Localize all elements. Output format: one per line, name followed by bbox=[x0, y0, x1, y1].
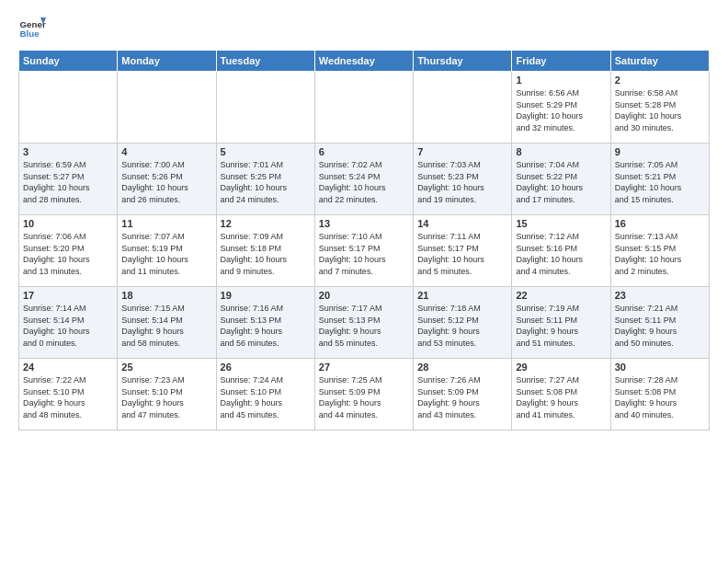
day-number: 29 bbox=[516, 362, 606, 373]
day-number: 10 bbox=[23, 218, 113, 229]
calendar-cell: 6Sunrise: 7:02 AM Sunset: 5:24 PM Daylig… bbox=[314, 144, 413, 215]
calendar-cell: 27Sunrise: 7:25 AM Sunset: 5:09 PM Dayli… bbox=[314, 359, 413, 431]
day-info: Sunrise: 7:01 AM Sunset: 5:25 PM Dayligh… bbox=[221, 159, 311, 205]
calendar-cell bbox=[19, 72, 118, 144]
day-info: Sunrise: 6:59 AM Sunset: 5:27 PM Dayligh… bbox=[23, 159, 113, 205]
calendar-cell: 21Sunrise: 7:18 AM Sunset: 5:12 PM Dayli… bbox=[414, 287, 512, 359]
calendar-cell bbox=[314, 72, 413, 144]
day-info: Sunrise: 7:27 AM Sunset: 5:08 PM Dayligh… bbox=[516, 374, 606, 420]
day-header-tuesday: Tuesday bbox=[216, 51, 314, 72]
day-number: 4 bbox=[121, 146, 211, 157]
logo: General Blue bbox=[18, 15, 46, 42]
week-row-0: 1Sunrise: 6:56 AM Sunset: 5:29 PM Daylig… bbox=[19, 72, 710, 144]
day-number: 11 bbox=[121, 218, 211, 229]
day-info: Sunrise: 7:24 AM Sunset: 5:10 PM Dayligh… bbox=[221, 374, 311, 420]
calendar-cell: 22Sunrise: 7:19 AM Sunset: 5:11 PM Dayli… bbox=[512, 287, 610, 359]
calendar-cell: 14Sunrise: 7:11 AM Sunset: 5:17 PM Dayli… bbox=[414, 215, 512, 287]
header: General Blue bbox=[18, 15, 710, 42]
day-info: Sunrise: 7:05 AM Sunset: 5:21 PM Dayligh… bbox=[615, 159, 705, 205]
day-header-thursday: Thursday bbox=[414, 51, 512, 72]
day-info: Sunrise: 7:13 AM Sunset: 5:15 PM Dayligh… bbox=[615, 231, 705, 277]
calendar-cell: 2Sunrise: 6:58 AM Sunset: 5:28 PM Daylig… bbox=[610, 72, 709, 144]
day-info: Sunrise: 6:56 AM Sunset: 5:29 PM Dayligh… bbox=[516, 87, 606, 133]
day-number: 2 bbox=[615, 75, 705, 86]
day-info: Sunrise: 7:11 AM Sunset: 5:17 PM Dayligh… bbox=[417, 231, 507, 277]
calendar-cell: 20Sunrise: 7:17 AM Sunset: 5:13 PM Dayli… bbox=[314, 287, 413, 359]
calendar-cell: 7Sunrise: 7:03 AM Sunset: 5:23 PM Daylig… bbox=[414, 144, 512, 215]
calendar-cell: 28Sunrise: 7:26 AM Sunset: 5:09 PM Dayli… bbox=[414, 359, 512, 431]
day-number: 26 bbox=[221, 362, 311, 373]
day-number: 16 bbox=[615, 218, 705, 229]
day-number: 19 bbox=[221, 290, 311, 301]
day-info: Sunrise: 7:07 AM Sunset: 5:19 PM Dayligh… bbox=[121, 231, 211, 277]
calendar: SundayMondayTuesdayWednesdayThursdayFrid… bbox=[18, 50, 710, 431]
calendar-cell: 1Sunrise: 6:56 AM Sunset: 5:29 PM Daylig… bbox=[512, 72, 610, 144]
day-info: Sunrise: 7:26 AM Sunset: 5:09 PM Dayligh… bbox=[417, 374, 507, 420]
calendar-cell: 25Sunrise: 7:23 AM Sunset: 5:10 PM Dayli… bbox=[118, 359, 216, 431]
day-number: 7 bbox=[417, 146, 507, 157]
day-info: Sunrise: 7:04 AM Sunset: 5:22 PM Dayligh… bbox=[516, 159, 606, 205]
calendar-cell: 19Sunrise: 7:16 AM Sunset: 5:13 PM Dayli… bbox=[216, 287, 314, 359]
day-number: 5 bbox=[221, 146, 311, 157]
day-info: Sunrise: 7:12 AM Sunset: 5:16 PM Dayligh… bbox=[516, 231, 606, 277]
calendar-cell: 12Sunrise: 7:09 AM Sunset: 5:18 PM Dayli… bbox=[216, 215, 314, 287]
day-info: Sunrise: 7:16 AM Sunset: 5:13 PM Dayligh… bbox=[221, 303, 311, 349]
week-row-4: 24Sunrise: 7:22 AM Sunset: 5:10 PM Dayli… bbox=[19, 359, 710, 431]
calendar-cell: 13Sunrise: 7:10 AM Sunset: 5:17 PM Dayli… bbox=[314, 215, 413, 287]
day-info: Sunrise: 7:19 AM Sunset: 5:11 PM Dayligh… bbox=[516, 303, 606, 349]
page: General Blue SundayMondayTuesdayWednesda… bbox=[0, 0, 728, 563]
day-info: Sunrise: 7:10 AM Sunset: 5:17 PM Dayligh… bbox=[319, 231, 409, 277]
calendar-cell: 15Sunrise: 7:12 AM Sunset: 5:16 PM Dayli… bbox=[512, 215, 610, 287]
day-number: 3 bbox=[23, 146, 113, 157]
day-number: 18 bbox=[121, 290, 211, 301]
day-number: 17 bbox=[23, 290, 113, 301]
calendar-cell: 30Sunrise: 7:28 AM Sunset: 5:08 PM Dayli… bbox=[610, 359, 709, 431]
day-number: 24 bbox=[23, 362, 113, 373]
calendar-cell bbox=[414, 72, 512, 144]
calendar-cell: 26Sunrise: 7:24 AM Sunset: 5:10 PM Dayli… bbox=[216, 359, 314, 431]
day-info: Sunrise: 7:03 AM Sunset: 5:23 PM Dayligh… bbox=[417, 159, 507, 205]
day-header-wednesday: Wednesday bbox=[314, 51, 413, 72]
calendar-cell: 16Sunrise: 7:13 AM Sunset: 5:15 PM Dayli… bbox=[610, 215, 709, 287]
day-info: Sunrise: 7:22 AM Sunset: 5:10 PM Dayligh… bbox=[23, 374, 113, 420]
day-number: 6 bbox=[319, 146, 409, 157]
day-header-friday: Friday bbox=[512, 51, 610, 72]
day-info: Sunrise: 7:25 AM Sunset: 5:09 PM Dayligh… bbox=[319, 374, 409, 420]
calendar-header-row: SundayMondayTuesdayWednesdayThursdayFrid… bbox=[19, 51, 710, 72]
week-row-2: 10Sunrise: 7:06 AM Sunset: 5:20 PM Dayli… bbox=[19, 215, 710, 287]
day-info: Sunrise: 7:28 AM Sunset: 5:08 PM Dayligh… bbox=[615, 374, 705, 420]
day-number: 28 bbox=[417, 362, 507, 373]
calendar-cell: 24Sunrise: 7:22 AM Sunset: 5:10 PM Dayli… bbox=[19, 359, 118, 431]
day-number: 14 bbox=[417, 218, 507, 229]
day-number: 9 bbox=[615, 146, 705, 157]
day-info: Sunrise: 7:06 AM Sunset: 5:20 PM Dayligh… bbox=[23, 231, 113, 277]
day-number: 22 bbox=[516, 290, 606, 301]
logo-icon: General Blue bbox=[18, 15, 46, 42]
day-info: Sunrise: 7:21 AM Sunset: 5:11 PM Dayligh… bbox=[615, 303, 705, 349]
calendar-cell bbox=[118, 72, 216, 144]
day-header-monday: Monday bbox=[118, 51, 216, 72]
day-header-sunday: Sunday bbox=[19, 51, 118, 72]
day-number: 21 bbox=[417, 290, 507, 301]
day-number: 1 bbox=[516, 75, 606, 86]
calendar-cell: 23Sunrise: 7:21 AM Sunset: 5:11 PM Dayli… bbox=[610, 287, 709, 359]
day-number: 13 bbox=[319, 218, 409, 229]
day-number: 30 bbox=[615, 362, 705, 373]
calendar-cell: 9Sunrise: 7:05 AM Sunset: 5:21 PM Daylig… bbox=[610, 144, 709, 215]
calendar-cell: 10Sunrise: 7:06 AM Sunset: 5:20 PM Dayli… bbox=[19, 215, 118, 287]
day-number: 20 bbox=[319, 290, 409, 301]
day-info: Sunrise: 7:18 AM Sunset: 5:12 PM Dayligh… bbox=[417, 303, 507, 349]
day-header-saturday: Saturday bbox=[610, 51, 709, 72]
day-info: Sunrise: 7:00 AM Sunset: 5:26 PM Dayligh… bbox=[121, 159, 211, 205]
calendar-cell: 18Sunrise: 7:15 AM Sunset: 5:14 PM Dayli… bbox=[118, 287, 216, 359]
day-number: 15 bbox=[516, 218, 606, 229]
day-info: Sunrise: 7:15 AM Sunset: 5:14 PM Dayligh… bbox=[121, 303, 211, 349]
calendar-cell: 4Sunrise: 7:00 AM Sunset: 5:26 PM Daylig… bbox=[118, 144, 216, 215]
day-number: 25 bbox=[121, 362, 211, 373]
day-number: 12 bbox=[221, 218, 311, 229]
calendar-cell: 11Sunrise: 7:07 AM Sunset: 5:19 PM Dayli… bbox=[118, 215, 216, 287]
week-row-3: 17Sunrise: 7:14 AM Sunset: 5:14 PM Dayli… bbox=[19, 287, 710, 359]
day-number: 27 bbox=[319, 362, 409, 373]
day-info: Sunrise: 7:02 AM Sunset: 5:24 PM Dayligh… bbox=[319, 159, 409, 205]
day-info: Sunrise: 7:17 AM Sunset: 5:13 PM Dayligh… bbox=[319, 303, 409, 349]
